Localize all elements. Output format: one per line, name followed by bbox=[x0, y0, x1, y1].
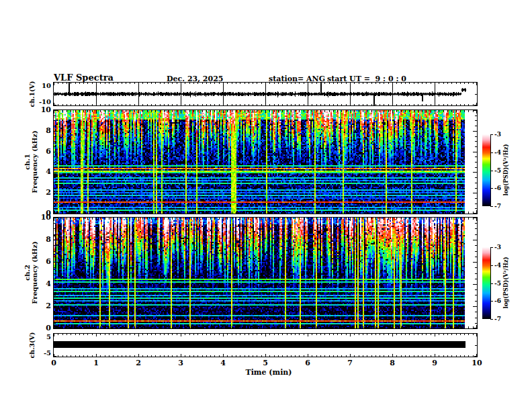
y-tick-label: 10 bbox=[31, 105, 51, 114]
colorbar-tick bbox=[490, 188, 493, 189]
ch2-spectrogram-canvas bbox=[53, 217, 478, 329]
colorbar-tick bbox=[490, 319, 493, 320]
colorbar-tick-label: -6 bbox=[494, 185, 501, 191]
y-tick-label: 10 bbox=[31, 82, 51, 89]
ch1-waveform-canvas bbox=[53, 82, 478, 106]
y-tick-label: 8 bbox=[31, 126, 51, 135]
x-tick-label: 3 bbox=[171, 359, 191, 367]
vlf-spectra-figure: VLF Spectra Dec. 23, 2025 station= ANG s… bbox=[0, 0, 532, 411]
ch1-spec-ylabel: ch.1 Frequency (kHz) bbox=[24, 130, 38, 193]
y-tick-label: 8 bbox=[31, 235, 51, 244]
colorbar-tick bbox=[490, 283, 493, 284]
ch1-spectrogram-canvas bbox=[53, 109, 478, 214]
colorbar-tick-label: -4 bbox=[494, 262, 501, 269]
ch3-waveform-canvas bbox=[53, 333, 478, 357]
colorbar-tick bbox=[490, 247, 493, 248]
ch2-spec-ylabel-line2: Frequency (kHz) bbox=[31, 241, 38, 304]
colorbar-2-label: log(PSD)(V²/Hz) bbox=[502, 257, 510, 308]
colorbar-tick bbox=[490, 265, 493, 266]
colorbar-tick-label: -7 bbox=[494, 316, 501, 322]
x-tick-label: 4 bbox=[213, 359, 233, 367]
colorbar-tick bbox=[490, 301, 493, 302]
ch2-spec-ylabel: ch.2 Frequency (kHz) bbox=[24, 241, 38, 304]
ch1-spec-ylabel-line1: ch.1 bbox=[24, 130, 31, 193]
y-tick-label: -5 bbox=[31, 349, 51, 357]
y-tick-label: 6 bbox=[31, 147, 51, 156]
colorbar-tick bbox=[490, 152, 493, 153]
colorbar-tick-label: -6 bbox=[494, 298, 501, 304]
ch2-spec-ylabel-line1: ch.2 bbox=[24, 241, 31, 304]
colorbar-tick bbox=[490, 206, 493, 207]
colorbar-tick-label: -5 bbox=[494, 167, 501, 174]
colorbar-tick-label: -7 bbox=[494, 203, 501, 210]
y-tick-label: 5 bbox=[31, 333, 51, 340]
colorbar-tick bbox=[490, 171, 493, 171]
colorbar-tick-label: -5 bbox=[494, 280, 501, 287]
x-tick-label: 6 bbox=[298, 359, 318, 367]
ch1-spec-ylabel-line2: Frequency (kHz) bbox=[31, 130, 38, 193]
figure-title: VLF Spectra bbox=[54, 73, 114, 83]
x-tick-label: 5 bbox=[255, 359, 275, 367]
x-tick-label: 0 bbox=[44, 359, 64, 367]
y-tick-label: 10 bbox=[31, 213, 51, 222]
y-tick-label: 6 bbox=[31, 257, 51, 266]
y-tick-label: 4 bbox=[31, 279, 51, 288]
x-tick-label: 8 bbox=[382, 359, 402, 367]
y-tick-label: 0 bbox=[31, 324, 51, 332]
colorbar-tick bbox=[490, 134, 493, 135]
colorbar-1-label: log(PSD)(V²/Hz) bbox=[502, 144, 510, 195]
y-tick-label: 2 bbox=[31, 302, 51, 310]
x-tick-label: 1 bbox=[86, 359, 106, 367]
x-tick-label: 10 bbox=[467, 359, 487, 367]
x-tick-label: 9 bbox=[425, 359, 445, 367]
y-tick-label: -10 bbox=[31, 98, 51, 105]
colorbar-tick-label: -3 bbox=[494, 244, 501, 250]
y-tick-label: 4 bbox=[31, 167, 51, 176]
x-axis-title: Time (min) bbox=[222, 368, 316, 377]
x-tick-label: 2 bbox=[128, 359, 148, 367]
colorbar-tick-label: -4 bbox=[494, 149, 501, 156]
y-tick-label: 2 bbox=[31, 188, 51, 197]
colorbar-tick-label: -3 bbox=[494, 131, 501, 138]
x-tick-label: 7 bbox=[340, 359, 360, 367]
